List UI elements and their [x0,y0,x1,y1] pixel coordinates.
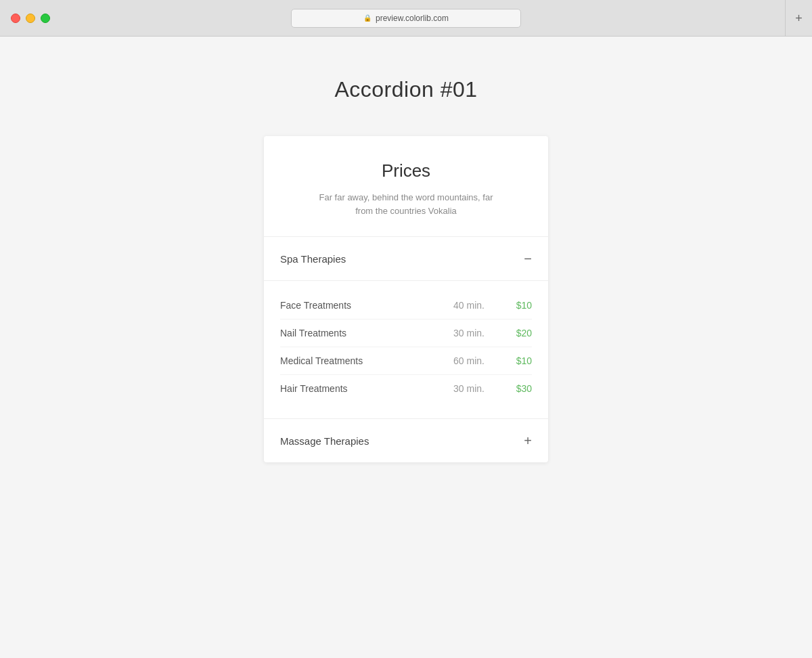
treatment-price: $20 [512,328,532,338]
treatment-duration: 40 min. [453,300,484,311]
accordion-item-massage: Massage Therapies + [264,419,548,462]
page-title: Accordion #01 [14,77,798,102]
accordion-header-spa[interactable]: Spa Therapies − [264,237,548,280]
treatment-price: $10 [512,355,532,366]
accordion-header-massage[interactable]: Massage Therapies + [264,419,548,462]
treatment-row: Medical Treatments 60 min. $10 [280,347,532,375]
treatment-name: Face Treatments [280,300,453,311]
lock-icon: 🔒 [363,14,371,22]
treatment-price: $10 [512,300,532,311]
accordion-item-spa: Spa Therapies − Face Treatments 40 min. … [264,237,548,419]
page-content: Accordion #01 Prices Far far away, behin… [0,37,812,658]
treatment-row: Nail Treatments 30 min. $20 [280,320,532,347]
treatment-row: Face Treatments 40 min. $10 [280,292,532,320]
url-text: preview.colorlib.com [376,14,449,23]
treatment-duration: 60 min. [453,355,484,366]
accordion-label-massage: Massage Therapies [280,435,369,447]
accordion-toggle-massage: + [524,434,532,447]
new-tab-button[interactable]: + [785,0,812,37]
close-button[interactable] [11,14,20,23]
accordion-body-spa: Face Treatments 40 min. $10 Nail Treatme… [264,280,548,418]
treatment-row: Hair Treatments 30 min. $30 [280,375,532,402]
maximize-button[interactable] [41,14,50,23]
treatment-name: Medical Treatments [280,355,453,366]
minimize-button[interactable] [26,14,35,23]
treatment-name: Nail Treatments [280,328,453,338]
prices-header: Prices Far far away, behind the word mou… [264,136,548,237]
treatment-duration: 30 min. [453,328,484,338]
traffic-lights [11,14,50,23]
accordion-toggle-spa: − [524,252,532,265]
accordion-container: Prices Far far away, behind the word mou… [264,136,548,462]
browser-chrome: 🔒 preview.colorlib.com + [0,0,812,37]
accordion-label-spa: Spa Therapies [280,253,346,265]
prices-title: Prices [280,160,532,181]
treatment-price: $30 [512,383,532,394]
prices-subtitle: Far far away, behind the word mountains,… [311,191,501,217]
treatment-duration: 30 min. [453,383,484,394]
treatment-name: Hair Treatments [280,383,453,394]
address-bar[interactable]: 🔒 preview.colorlib.com [291,9,521,28]
